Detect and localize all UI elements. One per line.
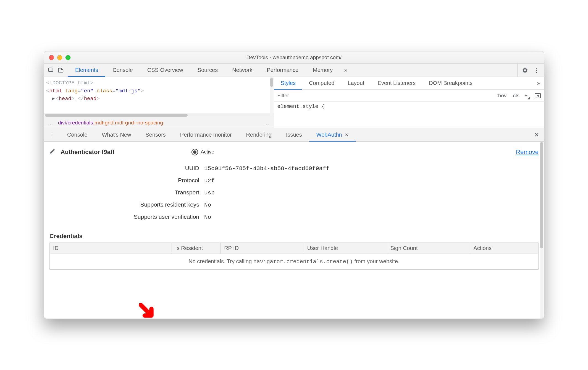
col-sign-count: Sign Count bbox=[387, 243, 470, 254]
kv-val: No bbox=[204, 212, 211, 223]
dom-vertical-scrollbar[interactable] bbox=[270, 77, 274, 116]
drawer-tabstrip: ⋮ Console What's New Sensors Performance… bbox=[44, 128, 544, 142]
active-radio[interactable]: Active bbox=[191, 149, 214, 155]
kv-row: Transport usb bbox=[49, 187, 539, 199]
expand-triangle-icon[interactable]: ▶ bbox=[52, 95, 56, 103]
crumb-tag: div bbox=[58, 120, 65, 126]
styles-tab-layout[interactable]: Layout bbox=[341, 77, 371, 89]
kv-key: Protocol bbox=[49, 174, 204, 186]
kv-row: Supports user verification No bbox=[49, 211, 539, 223]
device-toolbar-icon[interactable] bbox=[58, 67, 64, 73]
tab-label: Elements bbox=[75, 67, 98, 73]
col-actions: Actions bbox=[470, 243, 539, 254]
main-tabstrip: Elements Console CSS Overview Sources Ne… bbox=[44, 64, 544, 77]
settings-gear-icon[interactable] bbox=[522, 67, 528, 73]
window-title: DevTools - webauthndemo.appspot.com/ bbox=[44, 54, 544, 61]
tab-label: Performance bbox=[267, 67, 299, 73]
titlebar: DevTools - webauthndemo.appspot.com/ bbox=[44, 51, 544, 64]
new-style-rule-button[interactable]: +◢ bbox=[524, 93, 530, 99]
window-minimize-button[interactable] bbox=[57, 55, 62, 60]
col-user-handle: User Handle bbox=[304, 243, 387, 254]
inspect-element-icon[interactable] bbox=[48, 67, 54, 73]
kv-row: Protocol u2f bbox=[49, 174, 539, 187]
kv-row: Supports resident keys No bbox=[49, 199, 539, 211]
window-zoom-button[interactable] bbox=[65, 55, 70, 60]
authenticator-title: Authenticator f9aff bbox=[61, 148, 115, 156]
remove-link[interactable]: Remove bbox=[516, 148, 539, 156]
svg-rect-2 bbox=[61, 69, 63, 72]
tab-elements[interactable]: Elements bbox=[68, 64, 105, 77]
tab-label: Network bbox=[232, 67, 252, 73]
drawer-menu-icon[interactable]: ⋮ bbox=[44, 131, 60, 139]
tab-label: Sources bbox=[198, 67, 218, 73]
kebab-menu-icon[interactable]: ⋮ bbox=[534, 67, 540, 74]
window-close-button[interactable] bbox=[49, 55, 54, 60]
kv-key: Supports user verification bbox=[49, 211, 204, 223]
tabs-overflow-button[interactable]: » bbox=[340, 67, 352, 73]
styles-tabstrip: Styles Computed Layout Event Listeners D… bbox=[274, 77, 544, 90]
inspect-group bbox=[44, 64, 68, 77]
styles-tab-event-listeners[interactable]: Event Listeners bbox=[371, 77, 422, 89]
table-header-row: ID Is Resident RP ID User Handle Sign Co… bbox=[50, 243, 539, 254]
annotation-arrow-icon bbox=[138, 302, 157, 319]
tab-network[interactable]: Network bbox=[225, 64, 259, 77]
col-id: ID bbox=[50, 243, 172, 254]
credentials-table: ID Is Resident RP ID User Handle Sign Co… bbox=[49, 243, 539, 270]
drawer-tab-rendering[interactable]: Rendering bbox=[239, 128, 279, 141]
breadcrumb[interactable]: … div#credentials.mdl-grid.mdl-grid--no-… bbox=[44, 117, 274, 128]
styles-tabs-overflow-button[interactable]: » bbox=[533, 80, 544, 86]
crumb-ellipsis: … bbox=[264, 120, 270, 126]
tab-css-overview[interactable]: CSS Overview bbox=[140, 64, 190, 77]
tab-console[interactable]: Console bbox=[105, 64, 140, 77]
kv-val: usb bbox=[204, 187, 215, 199]
drawer-close-icon[interactable]: ✕ bbox=[529, 131, 544, 139]
crumb-class: .mdl-grid.mdl-grid--no-spacing bbox=[93, 120, 163, 126]
table-row-empty: No credentials. Try calling navigator.cr… bbox=[50, 254, 539, 270]
tab-memory[interactable]: Memory bbox=[306, 64, 340, 77]
tab-sources[interactable]: Sources bbox=[190, 64, 225, 77]
drawer-tab-console[interactable]: Console bbox=[60, 128, 95, 141]
edit-pencil-icon[interactable] bbox=[49, 148, 56, 156]
tab-label: Memory bbox=[313, 67, 333, 73]
col-rp-id: RP ID bbox=[221, 243, 304, 254]
tab-performance[interactable]: Performance bbox=[260, 64, 306, 77]
toolbar-right: ⋮ bbox=[517, 64, 544, 77]
crumb-ellipsis: … bbox=[48, 120, 54, 126]
styles-pane: Styles Computed Layout Event Listeners D… bbox=[274, 77, 544, 128]
close-tab-icon[interactable]: ✕ bbox=[345, 132, 348, 137]
credentials-section-title: Credentials bbox=[49, 233, 539, 240]
kv-val: No bbox=[204, 199, 211, 211]
crumb-id: #credentials bbox=[65, 120, 93, 126]
drawer-tab-sensors[interactable]: Sensors bbox=[138, 128, 173, 141]
styles-tab-dom-breakpoints[interactable]: DOM Breakpoints bbox=[422, 77, 479, 89]
element-style-block[interactable]: element.style { bbox=[274, 102, 544, 111]
toggle-sidebar-icon[interactable] bbox=[535, 93, 541, 98]
dom-pane: <!DOCTYPE html> <html lang="en" class="m… bbox=[44, 77, 274, 128]
panel-vertical-scrollbar[interactable] bbox=[540, 142, 544, 319]
drawer-tab-webauthn[interactable]: WebAuthn ✕ bbox=[309, 128, 356, 141]
drawer-tab-performance-monitor[interactable]: Performance monitor bbox=[173, 128, 239, 141]
kv-val: 15c01f56-785f-43b4-ab58-4facd60f9aff bbox=[204, 163, 330, 174]
styles-tab-computed[interactable]: Computed bbox=[302, 77, 341, 89]
toggle-cls-button[interactable]: .cls bbox=[511, 93, 519, 99]
devtools-window: DevTools - webauthndemo.appspot.com/ Ele… bbox=[44, 51, 544, 319]
kv-row: UUID 15c01f56-785f-43b4-ab58-4facd60f9af… bbox=[49, 162, 539, 174]
kv-val: u2f bbox=[204, 175, 215, 187]
authenticator-properties: UUID 15c01f56-785f-43b4-ab58-4facd60f9af… bbox=[49, 162, 539, 223]
radio-icon bbox=[191, 149, 198, 155]
dom-tree[interactable]: <!DOCTYPE html> <html lang="en" class="m… bbox=[44, 77, 274, 113]
dom-line: <!DOCTYPE html> bbox=[46, 80, 93, 86]
styles-filter-input[interactable] bbox=[274, 93, 494, 99]
horizontal-scrollbar[interactable] bbox=[44, 113, 274, 117]
styles-filter-row: :hov .cls +◢ bbox=[274, 90, 544, 102]
kv-key: Supports resident keys bbox=[49, 199, 204, 210]
drawer-tab-whats-new[interactable]: What's New bbox=[95, 128, 138, 141]
kv-key: Transport bbox=[49, 187, 204, 198]
styles-tab-styles[interactable]: Styles bbox=[274, 77, 302, 89]
active-label: Active bbox=[201, 149, 214, 155]
traffic-lights bbox=[44, 55, 70, 60]
drawer-tab-issues[interactable]: Issues bbox=[279, 128, 309, 141]
elements-split: <!DOCTYPE html> <html lang="en" class="m… bbox=[44, 77, 544, 128]
toggle-hov-button[interactable]: :hov bbox=[497, 93, 506, 99]
kv-key: UUID bbox=[49, 162, 204, 174]
